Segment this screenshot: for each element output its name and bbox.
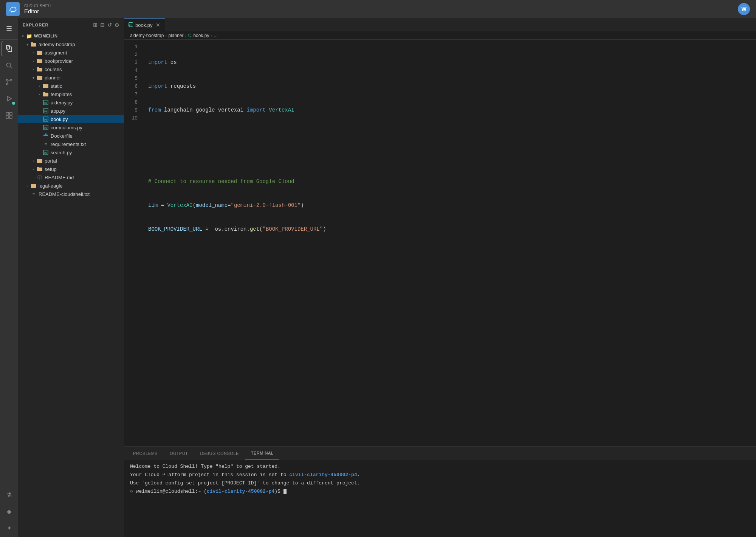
info-icon: ⓘ: [36, 175, 43, 180]
code-line-2: import requests: [148, 82, 750, 90]
tree-item-static[interactable]: › static: [18, 82, 124, 90]
tree-item-dockerfile[interactable]: Dockerfile: [18, 132, 124, 140]
new-file-icon[interactable]: ⊞: [93, 22, 98, 28]
tree-item-aidemy-py[interactable]: py aidemy.py: [18, 98, 124, 107]
tree-item-book-py[interactable]: py book.py: [18, 115, 124, 123]
folder-label: templates: [51, 92, 72, 97]
run-debug-icon[interactable]: [2, 91, 17, 106]
tree-item-templates[interactable]: › templates: [18, 90, 124, 98]
terminal-content[interactable]: Welcome to Cloud Shell! Type "help" to g…: [124, 460, 756, 537]
sidebar-header: EXPLORER ⊞ ⊟ ↺ ⊖: [18, 18, 124, 32]
refresh-icon[interactable]: ↺: [107, 22, 112, 28]
tree-item-bookprovider[interactable]: › bookprovider: [18, 57, 124, 65]
sidebar-actions: ⊞ ⊟ ↺ ⊖: [93, 22, 119, 28]
svg-rect-20: [43, 135, 45, 136]
svg-rect-23: [46, 135, 48, 136]
svg-rect-22: [45, 133, 46, 135]
flask-icon[interactable]: ⚗: [2, 487, 17, 502]
file-label: app.py: [51, 108, 65, 114]
terminal-line-3: Use `gcloud config set project [PROJECT_…: [130, 480, 750, 487]
tree-item-setup[interactable]: › setup: [18, 165, 124, 173]
folder-arrow: ›: [24, 184, 30, 188]
docker-icon: [42, 133, 49, 138]
user-avatar[interactable]: W: [738, 3, 750, 15]
folder-icon: [36, 158, 43, 163]
tree-item-aidemy-boostrap[interactable]: ▾ aidemy-boostrap: [18, 40, 124, 48]
folder-label: planner: [45, 75, 61, 81]
tree-item-readme-md[interactable]: ⓘ README.md: [18, 173, 124, 182]
root-arrow: ▾: [20, 34, 26, 38]
folder-icon: [36, 67, 43, 72]
tree-item-readme-cloudshell[interactable]: ≡ README-cloudshell.txt: [18, 190, 124, 198]
breadcrumb-part-1[interactable]: aidemy-boostrap: [130, 33, 164, 38]
tab-py-icon: py: [129, 22, 133, 28]
tree-item-legal-eagle[interactable]: › legal-eagle: [18, 182, 124, 190]
explorer-icon[interactable]: [2, 41, 17, 56]
tree-item-planner[interactable]: ▾ planner: [18, 73, 124, 82]
editor-tab-book-py[interactable]: py book.py ✕: [124, 18, 165, 31]
tab-debug-console[interactable]: DEBUG CONSOLE: [194, 447, 245, 460]
file-label: book.py: [51, 116, 68, 122]
app-subtitle: CLOUD SHELL: [24, 4, 53, 8]
folder-label: static: [51, 83, 62, 89]
breadcrumb: aidemy-boostrap › planner › ⬡ book.py › …: [124, 31, 756, 40]
new-folder-icon[interactable]: ⊟: [100, 22, 105, 28]
tree-item-assigment[interactable]: › assigment: [18, 48, 124, 57]
breadcrumb-part-3[interactable]: book.py: [193, 33, 209, 38]
editor-area: py book.py ✕ aidemy-boostrap › planner ›…: [124, 18, 756, 537]
code-editor[interactable]: 1 2 3 4 5 6 7 8 9 10 import os import re…: [124, 40, 756, 446]
tab-problems[interactable]: PROBLEMS: [127, 447, 164, 460]
file-label: README-cloudshell.txt: [39, 191, 90, 197]
tree-root-item[interactable]: ▾ 📁 WEIMEILIN: [18, 32, 124, 40]
code-line-6: # Connect to resourse needed from Google…: [148, 178, 750, 186]
file-label: curriculums.py: [51, 125, 82, 130]
star-icon[interactable]: ✦: [2, 520, 17, 535]
breadcrumb-sep-2: ›: [185, 33, 186, 38]
tree-item-app-py[interactable]: py app.py: [18, 107, 124, 115]
source-control-icon[interactable]: [2, 74, 17, 90]
svg-text:py: py: [44, 126, 47, 129]
code-content[interactable]: import os import requests from langchain…: [142, 40, 756, 446]
menu-icon[interactable]: ☰: [2, 21, 17, 36]
code-line-8: BOOK_PROVIDER_URL = os.environ.get("BOOK…: [148, 225, 750, 233]
top-bar: CLOUD SHELL Editor W: [0, 0, 756, 18]
py-icon: py: [42, 125, 49, 130]
extensions-icon[interactable]: [2, 108, 17, 123]
folder-label: assigment: [45, 50, 67, 56]
tree-item-portal[interactable]: › portal: [18, 157, 124, 165]
tab-output[interactable]: OUTPUT: [164, 447, 194, 460]
folder-icon: [42, 83, 49, 88]
folder-icon: [30, 42, 37, 47]
tree-item-search-py[interactable]: py search.py: [18, 148, 124, 157]
tree-item-courses[interactable]: › courses: [18, 65, 124, 73]
app-name: Editor: [24, 8, 53, 14]
collapse-icon[interactable]: ⊖: [115, 22, 119, 28]
logo: [6, 2, 20, 16]
svg-rect-9: [9, 112, 12, 115]
svg-text:py: py: [44, 110, 47, 113]
folder-arrow: ▾: [24, 42, 30, 47]
breadcrumb-part-4: ...: [214, 33, 217, 38]
tab-close-button[interactable]: ✕: [156, 22, 160, 28]
code-line-4: [148, 130, 750, 138]
folder-arrow: ›: [30, 167, 36, 171]
svg-rect-21: [45, 135, 46, 136]
svg-rect-10: [6, 116, 9, 118]
code-line-10: [148, 273, 750, 281]
svg-point-2: [7, 63, 11, 67]
tree-item-curriculums-py[interactable]: py curriculums.py: [18, 123, 124, 132]
breadcrumb-part-2[interactable]: planner: [168, 33, 183, 38]
tab-terminal[interactable]: TERMINAL: [245, 447, 280, 460]
tree-item-requirements[interactable]: ≡ requirements.txt: [18, 140, 124, 148]
diamond-icon[interactable]: ◆: [2, 504, 17, 519]
svg-rect-8: [6, 112, 9, 115]
search-icon[interactable]: [2, 58, 17, 73]
folder-label: setup: [45, 166, 57, 172]
breadcrumb-file-icon: ⬡: [188, 33, 192, 38]
folder-label: bookprovider: [45, 58, 73, 64]
txt-icon: ≡: [30, 191, 37, 197]
folder-arrow: ›: [36, 84, 42, 88]
folder-label: courses: [45, 67, 62, 72]
sidebar: EXPLORER ⊞ ⊟ ↺ ⊖ ▾ 📁 WEIMEILIN ▾: [18, 18, 124, 537]
py-icon: py: [42, 108, 49, 113]
